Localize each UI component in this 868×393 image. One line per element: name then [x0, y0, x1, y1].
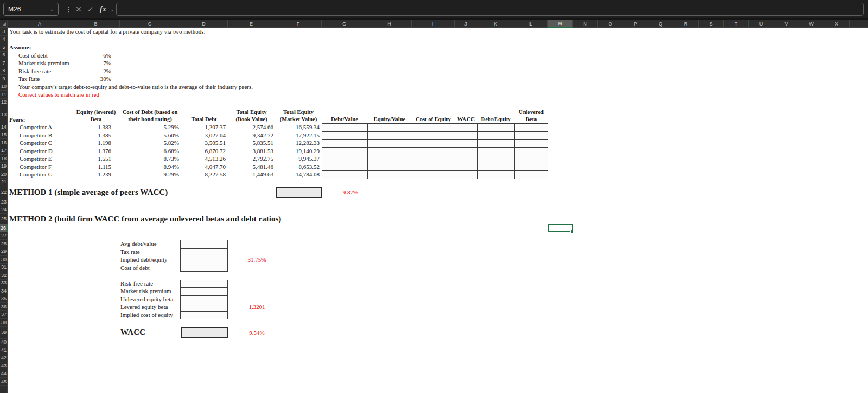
peer-answer-cell[interactable] — [322, 124, 368, 132]
method2-input-cell[interactable] — [181, 264, 228, 272]
peer-answer-cell[interactable] — [515, 124, 548, 132]
row-header-33[interactable]: 33 — [0, 280, 8, 288]
peer-answer-cell[interactable] — [515, 148, 548, 156]
more-options-icon[interactable]: ⋮ — [65, 0, 72, 18]
row-header-8[interactable]: 8 — [0, 67, 8, 75]
column-header-V[interactable]: V — [774, 20, 799, 28]
column-header-Q[interactable]: Q — [648, 20, 673, 28]
row-header-45[interactable]: 45 — [0, 378, 8, 386]
row-header-14[interactable]: 14 — [0, 123, 8, 131]
row-header-27[interactable]: 27 — [0, 232, 8, 240]
row-header-16[interactable]: 16 — [0, 139, 8, 147]
row-header-30[interactable]: 30 — [0, 256, 8, 264]
confirm-entry-icon[interactable]: ✓ — [87, 0, 94, 18]
peer-answer-cell[interactable] — [412, 140, 455, 148]
row-header-23[interactable]: 23 — [0, 198, 8, 206]
row-header-5[interactable]: 5 — [0, 43, 8, 52]
peer-answer-cell[interactable] — [478, 163, 515, 172]
row-header-32[interactable]: 32 — [0, 271, 8, 280]
column-header-A[interactable]: A — [8, 20, 72, 28]
column-header-X[interactable]: X — [824, 20, 850, 28]
column-header-O[interactable]: O — [598, 20, 623, 28]
row-header-26[interactable]: 26 — [0, 224, 8, 232]
row-header-21[interactable]: 21 — [0, 179, 8, 187]
column-header-M[interactable]: M — [548, 20, 573, 28]
peer-answer-cell[interactable] — [478, 124, 515, 132]
row-header-22[interactable]: 22 — [0, 186, 8, 198]
method2-input-cell[interactable] — [181, 249, 228, 257]
row-header-25[interactable]: 25 — [0, 214, 8, 224]
row-header-36[interactable]: 36 — [0, 303, 8, 311]
selected-cell-M26[interactable] — [548, 224, 573, 232]
row-header-3[interactable]: 3 — [0, 28, 8, 36]
peer-answer-cell[interactable] — [455, 163, 478, 172]
column-header-U[interactable]: U — [749, 20, 774, 28]
peer-answer-cell[interactable] — [412, 171, 455, 179]
peer-answer-cell[interactable] — [515, 171, 548, 179]
method2-input-cell[interactable] — [181, 256, 228, 264]
insert-function-icon[interactable]: fx — [100, 0, 106, 18]
formula-input[interactable] — [116, 3, 864, 16]
peer-answer-cell[interactable] — [322, 171, 368, 179]
peer-answer-cell[interactable] — [322, 140, 368, 148]
row-header-35[interactable]: 35 — [0, 295, 8, 303]
spreadsheet-canvas[interactable]: Your task is to estimate the cost of cap… — [8, 28, 868, 393]
row-header-15[interactable]: 15 — [0, 131, 8, 140]
peer-answer-cell[interactable] — [478, 132, 515, 140]
peer-answer-cell[interactable] — [455, 132, 478, 140]
method1-answer-box[interactable] — [276, 187, 322, 198]
row-header-41[interactable]: 41 — [0, 346, 8, 354]
row-header-7[interactable]: 7 — [0, 59, 8, 67]
peer-answer-cell[interactable] — [412, 148, 455, 156]
row-header-19[interactable]: 19 — [0, 163, 8, 171]
wacc-answer-box[interactable] — [181, 327, 228, 339]
peer-answer-cell[interactable] — [515, 163, 548, 172]
peer-answer-cell[interactable] — [368, 140, 412, 148]
peer-answer-cell[interactable] — [515, 132, 548, 140]
row-header-34[interactable]: 34 — [0, 287, 8, 295]
method2-input-cell[interactable] — [181, 312, 228, 320]
row-header-43[interactable]: 43 — [0, 362, 8, 370]
row-header-44[interactable]: 44 — [0, 370, 8, 378]
method2-input-cell[interactable] — [181, 280, 228, 288]
row-header-39[interactable]: 39 — [0, 327, 8, 339]
column-header-N[interactable]: N — [573, 20, 598, 28]
row-header-38[interactable]: 38 — [0, 319, 8, 327]
peer-answer-cell[interactable] — [368, 155, 412, 163]
peer-answer-cell[interactable] — [322, 155, 368, 163]
cancel-entry-icon[interactable]: ✕ — [75, 0, 82, 18]
peer-answer-cell[interactable] — [478, 140, 515, 148]
peer-answer-cell[interactable] — [515, 140, 548, 148]
row-header-13[interactable]: 13 — [0, 106, 8, 123]
method2-input-cell[interactable] — [181, 296, 228, 304]
column-header-L[interactable]: L — [514, 20, 548, 28]
row-header-10[interactable]: 10 — [0, 83, 8, 91]
row-header-12[interactable]: 12 — [0, 99, 8, 107]
peer-answer-cell[interactable] — [322, 132, 368, 140]
row-header-4[interactable]: 4 — [0, 36, 8, 44]
row-header-37[interactable]: 37 — [0, 311, 8, 319]
row-header-9[interactable]: 9 — [0, 75, 8, 83]
peer-answer-cell[interactable] — [322, 148, 368, 156]
peer-answer-cell[interactable] — [478, 148, 515, 156]
peer-answer-cell[interactable] — [455, 124, 478, 132]
column-header-J[interactable]: J — [455, 20, 477, 28]
column-header-D[interactable]: D — [180, 20, 228, 28]
peer-answer-cell[interactable] — [412, 132, 455, 140]
column-header-T[interactable]: T — [724, 20, 749, 28]
peer-answer-cell[interactable] — [368, 163, 412, 172]
row-header-31[interactable]: 31 — [0, 264, 8, 272]
select-all-corner[interactable] — [0, 20, 8, 28]
peer-answer-cell[interactable] — [455, 171, 478, 179]
peer-answer-cell[interactable] — [412, 124, 455, 132]
peer-answer-cell[interactable] — [515, 155, 548, 163]
row-header-11[interactable]: 11 — [0, 91, 8, 99]
method2-input-cell[interactable] — [181, 303, 228, 312]
column-header-C[interactable]: C — [120, 20, 180, 28]
column-header-I[interactable]: I — [412, 20, 455, 28]
peer-answer-cell[interactable] — [478, 171, 515, 179]
method2-input-cell[interactable] — [181, 240, 228, 249]
column-header-K[interactable]: K — [477, 20, 514, 28]
column-header-P[interactable]: P — [623, 20, 648, 28]
row-header-20[interactable]: 20 — [0, 170, 8, 179]
